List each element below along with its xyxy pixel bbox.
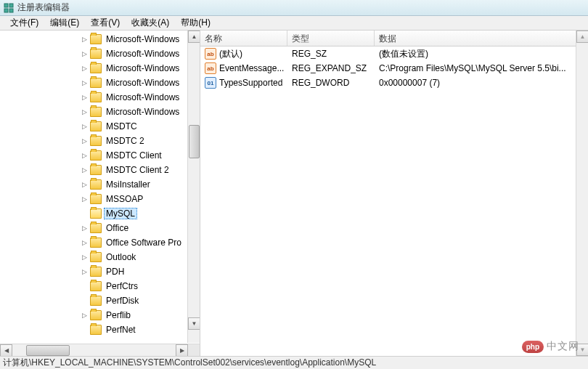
statusbar: 计算机\HKEY_LOCAL_MACHINE\SYSTEM\ControlSet…: [0, 356, 588, 369]
tree-item[interactable]: ▷PDH: [0, 264, 187, 279]
expand-icon[interactable]: ▷: [80, 253, 89, 261]
expand-icon[interactable]: ▷: [80, 108, 89, 116]
tree-label: MySQL: [104, 208, 137, 219]
folder-icon: [90, 150, 102, 161]
menu-view[interactable]: 查看(V): [85, 15, 126, 31]
tree-item[interactable]: ▷Microsoft-Windows: [0, 46, 187, 61]
tree-label: PDH: [104, 266, 126, 277]
folder-icon: [90, 310, 102, 320]
tree-item[interactable]: ▷Office Software Pro: [0, 235, 187, 250]
tree-label: PerfNet: [104, 324, 138, 336]
cell-data: (数值未设置): [375, 48, 588, 60]
tree-pane: ▷Microsoft-Windows▷Microsoft-Windows▷Mic…: [0, 31, 200, 356]
expand-icon[interactable]: ▷: [80, 49, 89, 58]
expand-icon[interactable]: ▷: [80, 224, 89, 232]
tree-vscrollbar[interactable]: ▲ ▼: [187, 31, 200, 343]
list-body[interactable]: ab(默认)REG_SZ(数值未设置)abEventMessage...REG_…: [200, 46, 588, 90]
folder-icon: [90, 34, 102, 44]
folder-icon: [90, 238, 102, 248]
watermark-badge: php: [522, 341, 544, 353]
list-row[interactable]: ab(默认)REG_SZ(数值未设置): [200, 46, 588, 61]
expand-icon[interactable]: ▷: [80, 180, 89, 189]
tree-item[interactable]: PerfNet: [0, 323, 187, 337]
tree-label: Office: [104, 222, 131, 234]
col-header-type[interactable]: 类型: [287, 31, 375, 46]
tree-label: Outlook: [104, 251, 138, 263]
tree-label: MSDTC 2: [104, 135, 147, 147]
tree-item[interactable]: ▷Microsoft-Windows: [0, 90, 187, 105]
tree-item[interactable]: ▷Perflib: [0, 308, 187, 323]
list-vscrollbar[interactable]: ▲ ▼: [576, 31, 588, 356]
watermark: php 中文网: [522, 340, 579, 353]
tree-label: Microsoft-Windows: [104, 92, 181, 103]
tree-item[interactable]: ▷Microsoft-Windows: [0, 105, 187, 119]
cell-type: REG_EXPAND_SZ: [287, 63, 375, 73]
menu-help[interactable]: 帮助(H): [175, 15, 216, 31]
menu-favorites[interactable]: 收藏夹(A): [126, 15, 175, 31]
expand-icon[interactable]: ▷: [80, 137, 89, 145]
tree-label: MSDTC: [104, 121, 139, 132]
tree-item[interactable]: ▷MsiInstaller: [0, 177, 187, 192]
tree-hscrollbar[interactable]: ◀ ▶: [0, 344, 200, 356]
folder-icon: [90, 252, 102, 262]
col-header-name[interactable]: 名称: [200, 31, 287, 46]
scroll-thumb[interactable]: [189, 125, 200, 158]
menubar: 文件(F) 编辑(E) 查看(V) 收藏夹(A) 帮助(H): [0, 16, 588, 31]
list-row[interactable]: 01TypesSupportedREG_DWORD0x00000007 (7): [200, 76, 588, 90]
expand-icon[interactable]: ▷: [80, 122, 89, 131]
tree-item[interactable]: ▷Microsoft-Windows: [0, 76, 187, 90]
tree-item[interactable]: PerfDisk: [0, 293, 187, 308]
tree-scroll[interactable]: ▷Microsoft-Windows▷Microsoft-Windows▷Mic…: [0, 31, 187, 343]
scroll-left-button[interactable]: ◀: [0, 344, 12, 356]
expand-icon[interactable]: ▷: [80, 267, 89, 276]
expand-icon[interactable]: ▷: [80, 64, 89, 73]
expand-icon[interactable]: ▷: [80, 35, 89, 44]
folder-icon: [90, 325, 102, 335]
folder-icon: [90, 179, 102, 190]
menu-edit[interactable]: 编辑(E): [44, 15, 85, 31]
tree-item[interactable]: ▷Office: [0, 221, 187, 235]
svg-rect-3: [9, 9, 13, 12]
cell-name: ab(默认): [200, 48, 287, 60]
svg-rect-0: [4, 4, 8, 7]
expand-icon[interactable]: ▷: [80, 93, 89, 102]
col-header-data[interactable]: 数据: [375, 31, 588, 46]
tree-item[interactable]: ▷Microsoft-Windows: [0, 32, 187, 46]
menu-file[interactable]: 文件(F): [4, 15, 44, 31]
expand-icon[interactable]: ▷: [80, 166, 89, 174]
tree-label: PerfDisk: [104, 295, 141, 307]
tree-item[interactable]: MySQL: [0, 206, 187, 221]
scroll-thumb-h[interactable]: [26, 345, 70, 356]
tree-label: Perflib: [104, 309, 133, 321]
scroll-right-button[interactable]: ▶: [176, 344, 188, 356]
list-row[interactable]: abEventMessage...REG_EXPAND_SZC:\Program…: [200, 61, 588, 76]
tree-item[interactable]: ▷MSSOAP: [0, 192, 187, 206]
tree-item[interactable]: ▷MSDTC Client: [0, 148, 187, 163]
scroll-up-button[interactable]: ▲: [188, 31, 200, 43]
tree-item[interactable]: ▷Outlook: [0, 250, 187, 264]
expand-icon[interactable]: ▷: [80, 151, 89, 160]
tree-item[interactable]: PerfCtrs: [0, 279, 187, 293]
expand-icon[interactable]: ▷: [80, 238, 89, 247]
tree-item[interactable]: ▷MSDTC Client 2: [0, 163, 187, 177]
tree-label: Microsoft-Windows: [104, 48, 181, 60]
reg-dword-icon: 01: [205, 77, 216, 89]
expand-icon[interactable]: ▷: [80, 195, 89, 203]
tree-item[interactable]: ▷Microsoft-Windows: [0, 61, 187, 76]
scroll-down-button[interactable]: ▼: [188, 317, 200, 330]
titlebar: 注册表编辑器: [0, 0, 588, 16]
tree-label: Microsoft-Windows: [104, 33, 181, 45]
expand-icon[interactable]: ▷: [80, 311, 89, 320]
reg-string-icon: ab: [205, 48, 216, 60]
list-header: 名称 类型 数据: [200, 31, 588, 46]
tree-label: MSDTC Client 2: [104, 164, 171, 176]
scroll-corner: [188, 344, 200, 356]
expand-placeholder: [80, 325, 89, 334]
scroll-up-button[interactable]: ▲: [576, 31, 588, 43]
tree-item[interactable]: ▷MSDTC: [0, 119, 187, 134]
folder-icon: [90, 223, 102, 233]
expand-placeholder: [80, 209, 89, 218]
tree-label: Microsoft-Windows: [104, 77, 181, 89]
expand-icon[interactable]: ▷: [80, 78, 89, 87]
tree-item[interactable]: ▷MSDTC 2: [0, 134, 187, 148]
